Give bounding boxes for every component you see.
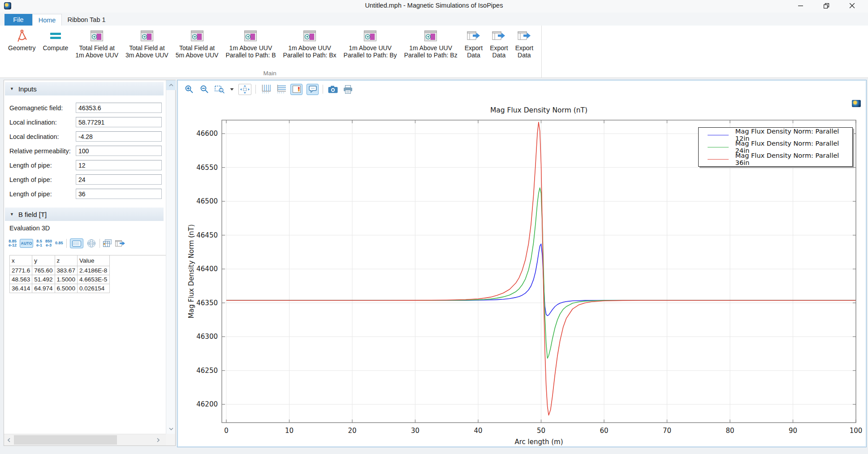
scroll-up-button[interactable]	[166, 80, 176, 90]
results-table: x y z Value 2771.6 765.60 383.67 2.4186E…	[9, 255, 167, 293]
plot-window-icon	[190, 29, 204, 43]
export-icon	[517, 29, 531, 43]
svg-text:46300: 46300	[196, 333, 218, 341]
export-data-button-1[interactable]: Export Data	[461, 29, 486, 59]
svg-text:46200: 46200	[196, 400, 218, 408]
relative-permeability-input[interactable]	[76, 146, 162, 156]
total-field-1m-button[interactable]: Total Field at 1m Above UUV	[72, 29, 122, 59]
full-precision-button[interactable]: 8.85 e-12	[9, 239, 17, 248]
close-icon	[850, 3, 855, 9]
bfield-toolbar: 8.85 e-12 AUTO 8.5 e-1 850 e-3 0.85	[9, 237, 126, 250]
chevron-down-icon	[169, 428, 173, 430]
chevron-left-icon	[8, 438, 10, 442]
table-row[interactable]: 2771.6 765.60 383.67 2.4186E-8	[10, 266, 167, 275]
plot-window-icon	[363, 29, 377, 43]
svg-text:50: 50	[537, 427, 545, 435]
tab-file[interactable]: File	[4, 14, 32, 26]
legend-entry: Mag Flux Density Norm: Parallel 36in	[699, 153, 852, 165]
scrollbar-corner	[166, 434, 175, 445]
export-data-button-2[interactable]: Export Data	[486, 29, 511, 59]
plot-window-icon	[244, 29, 257, 43]
svg-text:0: 0	[224, 427, 229, 435]
svg-text:60: 60	[600, 427, 608, 435]
parallel-path-b-button[interactable]: 1m Above UUV Parallel to Path: B	[222, 29, 279, 59]
parallel-path-by-button[interactable]: 1m Above UUV Parallel to Path: By	[340, 29, 401, 59]
svg-text:Mag Flux Density Norm (nT): Mag Flux Density Norm (nT)	[490, 106, 587, 114]
svg-text:90: 90	[789, 427, 797, 435]
svg-text:46250: 46250	[196, 367, 218, 375]
plot-window-icon	[303, 29, 316, 43]
scroll-right-button[interactable]	[153, 434, 163, 445]
legend-line-sample	[708, 159, 729, 160]
parallel-path-bz-button[interactable]: 1m Above UUV Parallel to Path: Bz	[401, 29, 461, 59]
geometry-button[interactable]: Geometry	[4, 29, 39, 52]
export-data-button-3[interactable]: Export Data	[512, 29, 537, 59]
restore-button[interactable]	[816, 0, 836, 12]
minimize-icon	[798, 3, 803, 9]
export-table-icon	[115, 239, 126, 247]
compute-button[interactable]: Compute	[39, 29, 72, 52]
scroll-down-button[interactable]	[166, 424, 176, 434]
copy-table-icon	[103, 239, 112, 247]
equals-icon	[49, 29, 62, 43]
local-inclination-label: Local inclination:	[9, 119, 57, 126]
compass-icon	[15, 29, 29, 43]
chevron-right-icon	[157, 438, 160, 442]
pipe-length-36-label: Length of pipe:	[9, 190, 52, 198]
table-icon	[72, 241, 81, 246]
scrollbar-thumb[interactable]	[14, 435, 117, 445]
svg-text:30: 30	[411, 427, 419, 435]
plot-window-icon	[424, 29, 437, 43]
parallel-path-bx-button[interactable]: 1m Above UUV Parallel to Path: Bx	[280, 29, 340, 59]
svg-text:46450: 46450	[196, 231, 218, 239]
legend-line-sample	[708, 135, 729, 135]
geomagnetic-field-input[interactable]	[76, 103, 162, 113]
auto-notation-button[interactable]: AUTO	[20, 239, 33, 248]
evaluation-3d-label: Evaluation 3D	[9, 225, 50, 232]
svg-text:70: 70	[663, 427, 671, 435]
table-view-button[interactable]	[70, 238, 83, 248]
pipe-length-36-input[interactable]	[76, 189, 162, 199]
export-icon	[492, 29, 506, 43]
bfield-section-header[interactable]: ▼ B field [T]	[5, 208, 164, 221]
total-field-3m-button[interactable]: Total Field at 3m Above UUV	[122, 29, 172, 59]
relative-permeability-label: Relative permeability:	[9, 147, 71, 155]
vertical-scrollbar[interactable]	[166, 80, 175, 434]
toolbar-separator	[66, 239, 67, 248]
legend-entry: Mag Flux Density Norm: Parallel 12in	[699, 129, 852, 141]
inputs-section-header[interactable]: ▼ Inputs	[5, 82, 164, 95]
pipe-length-24-input[interactable]	[76, 174, 162, 185]
svg-text:10: 10	[285, 427, 294, 435]
svg-text:Mag Flux Density Norm (nT): Mag Flux Density Norm (nT)	[187, 224, 195, 318]
pipe-length-12-input[interactable]	[76, 160, 162, 170]
decimal-notation-button[interactable]: 0.85	[55, 241, 63, 245]
tab-ribbon-1[interactable]: Ribbon Tab 1	[62, 14, 111, 26]
close-button[interactable]	[842, 0, 862, 12]
svg-text:40: 40	[474, 427, 482, 435]
scientific-notation-button[interactable]: 8.5 e-1	[36, 239, 42, 248]
table-row[interactable]: 48.563 51.492 1.5000 4.6653E-5	[10, 275, 167, 284]
tab-home[interactable]: Home	[32, 14, 62, 26]
total-field-5m-button[interactable]: Total Field at 5m Above UUV	[172, 29, 222, 59]
globe-icon	[86, 238, 96, 248]
local-declination-input[interactable]	[76, 131, 162, 142]
plot-window-icon	[140, 29, 154, 43]
sphere-view-button[interactable]	[86, 238, 96, 248]
table-row[interactable]: 36.414 64.974 6.5000 0.026154	[10, 284, 167, 293]
svg-text:46400: 46400	[196, 265, 218, 273]
engineering-notation-button[interactable]: 850 e-3	[45, 239, 52, 248]
minimize-button[interactable]	[791, 0, 811, 12]
svg-text:Arc length (m): Arc length (m)	[514, 438, 563, 446]
table-header-row: x y z Value	[10, 255, 167, 266]
scroll-left-button[interactable]	[4, 434, 14, 445]
svg-text:46350: 46350	[196, 299, 218, 307]
export-table-button[interactable]	[115, 239, 126, 247]
pipe-length-24-label: Length of pipe:	[9, 176, 52, 183]
settings-panel: ▼ Inputs Geomagnetic field: Local inclin…	[4, 80, 176, 446]
local-inclination-input[interactable]	[76, 117, 162, 127]
graphics-window: 0102030405060708090100462004625046300463…	[177, 80, 867, 447]
copy-table-button[interactable]	[103, 239, 112, 247]
horizontal-scrollbar[interactable]	[4, 434, 166, 445]
toolbar-separator	[99, 239, 100, 248]
collapse-triangle-icon: ▼	[10, 212, 14, 216]
